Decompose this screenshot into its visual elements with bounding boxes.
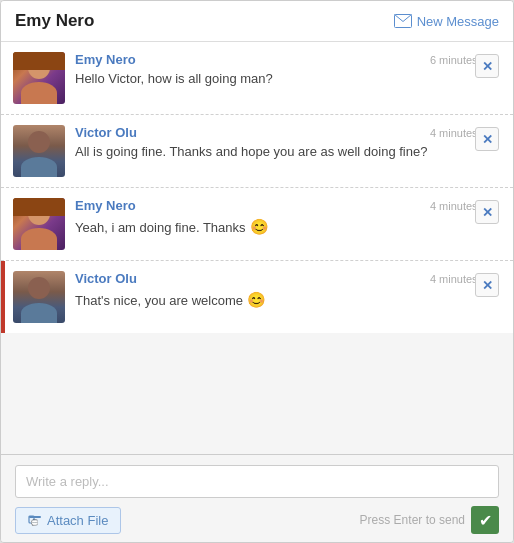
message-content: Emy Nero4 minutes agoYeah, i am doing fi… xyxy=(75,198,499,237)
x-icon: ✕ xyxy=(482,59,493,74)
avatar-hair xyxy=(13,198,65,216)
message-author: Emy Nero xyxy=(75,198,136,213)
message-author: Emy Nero xyxy=(75,52,136,67)
attach-button[interactable]: 💬 Attach File xyxy=(15,507,121,534)
attach-label: Attach File xyxy=(47,513,108,528)
x-icon: ✕ xyxy=(482,132,493,147)
enter-hint-text: Press Enter to send xyxy=(360,513,465,527)
avatar-image xyxy=(13,125,65,177)
message-meta: Emy Nero4 minutes ago xyxy=(75,198,499,213)
message-item: Emy Nero4 minutes agoYeah, i am doing fi… xyxy=(1,188,513,261)
send-button[interactable]: ✔ xyxy=(471,506,499,534)
message-meta: Emy Nero6 minutes ago xyxy=(75,52,499,67)
chat-header: Emy Nero New Message xyxy=(1,1,513,42)
x-icon: ✕ xyxy=(482,278,493,293)
avatar-image xyxy=(13,271,65,323)
message-text: All is going fine. Thanks and hope you a… xyxy=(75,143,499,161)
message-content: Victor Olu4 minutes agoThat's nice, you … xyxy=(75,271,499,310)
message-item: Emy Nero6 minutes agoHello Victor, how i… xyxy=(1,42,513,115)
svg-text:💬: 💬 xyxy=(31,519,39,527)
mail-icon xyxy=(394,14,412,28)
svg-rect-2 xyxy=(29,516,41,518)
x-icon: ✕ xyxy=(482,205,493,220)
messages-area: Emy Nero6 minutes agoHello Victor, how i… xyxy=(1,42,513,454)
avatar xyxy=(13,52,65,104)
message-text: That's nice, you are welcome 😊 xyxy=(75,289,499,310)
new-message-button[interactable]: New Message xyxy=(394,14,499,29)
red-indicator xyxy=(1,261,5,333)
checkmark-icon: ✔ xyxy=(479,511,492,530)
chat-window: Emy Nero New Message Emy Nero6 minutes a… xyxy=(0,0,514,543)
avatar xyxy=(13,271,65,323)
emoji-icon: 😊 xyxy=(243,291,266,308)
message-item: Victor Olu4 minutes agoAll is going fine… xyxy=(1,115,513,188)
reply-input[interactable] xyxy=(15,465,499,498)
avatar-hair xyxy=(13,52,65,70)
attach-icon: 💬 xyxy=(28,513,42,527)
message-text: Hello Victor, how is all going man? xyxy=(75,70,499,88)
delete-button[interactable]: ✕ xyxy=(475,54,499,78)
chat-title: Emy Nero xyxy=(15,11,94,31)
message-item: Victor Olu4 minutes agoThat's nice, you … xyxy=(1,261,513,333)
avatar xyxy=(13,125,65,177)
enter-hint: Press Enter to send ✔ xyxy=(360,506,499,534)
message-meta: Victor Olu4 minutes ago xyxy=(75,271,499,286)
reply-footer: 💬 Attach File Press Enter to send ✔ xyxy=(15,506,499,534)
avatar-image xyxy=(13,198,65,250)
delete-button[interactable]: ✕ xyxy=(475,127,499,151)
message-text: Yeah, i am doing fine. Thanks 😊 xyxy=(75,216,499,237)
delete-button[interactable]: ✕ xyxy=(475,273,499,297)
message-meta: Victor Olu4 minutes ago xyxy=(75,125,499,140)
avatar-image xyxy=(13,52,65,104)
delete-button[interactable]: ✕ xyxy=(475,200,499,224)
reply-area: 💬 Attach File Press Enter to send ✔ xyxy=(1,454,513,542)
message-content: Emy Nero6 minutes agoHello Victor, how i… xyxy=(75,52,499,88)
message-author: Victor Olu xyxy=(75,125,137,140)
emoji-icon: 😊 xyxy=(246,218,269,235)
new-message-label: New Message xyxy=(417,14,499,29)
message-content: Victor Olu4 minutes agoAll is going fine… xyxy=(75,125,499,161)
message-author: Victor Olu xyxy=(75,271,137,286)
avatar xyxy=(13,198,65,250)
